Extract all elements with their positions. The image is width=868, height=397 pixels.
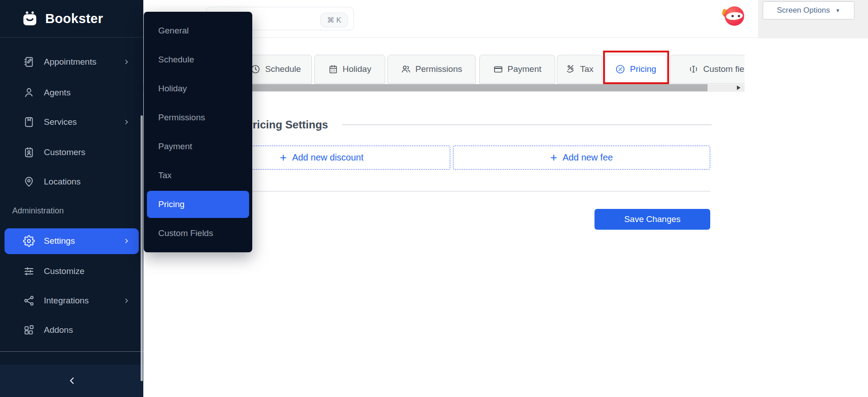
sidebar-collapse-button[interactable] xyxy=(0,364,143,397)
mascot-eye xyxy=(738,15,740,17)
save-changes-button[interactable]: Save Changes xyxy=(594,209,710,230)
sidebar-item-services[interactable]: Services xyxy=(0,111,141,133)
calendar-icon xyxy=(328,64,338,74)
bookster-logo-icon xyxy=(21,10,38,27)
text-cursor-input-icon xyxy=(689,64,698,74)
sidebar-item-label: Appointments xyxy=(44,57,96,67)
flyout-item-pricing[interactable]: Pricing xyxy=(147,191,249,218)
sidebar-item-agents[interactable]: Agents xyxy=(0,82,141,104)
flyout-item-holiday[interactable]: Holiday xyxy=(144,74,252,103)
tab-label: Tax xyxy=(580,64,594,74)
sidebar-item-settings[interactable]: Settings xyxy=(0,230,141,252)
sidebar-item-customers[interactable]: Customers xyxy=(0,142,141,163)
sidebar-item-label: Locations xyxy=(44,177,80,187)
map-pin-icon xyxy=(23,176,35,188)
tab-custom-fields[interactable]: Custom fields xyxy=(670,55,745,84)
mascot-eye-band xyxy=(726,12,743,21)
flyout-item-general[interactable]: General xyxy=(144,16,252,45)
plus-icon: + xyxy=(280,151,287,163)
screen-options-label: Screen Options xyxy=(777,6,830,15)
helper-mascot-icon[interactable] xyxy=(722,5,744,27)
keyboard-shortcut-badge: ⌘ K xyxy=(320,13,348,28)
tab-label: Schedule xyxy=(265,64,301,74)
sidebar: Bookster Appointments Agents Services Cu… xyxy=(0,0,143,397)
sidebar-item-label: Integrations xyxy=(44,296,89,306)
notebook-pen-icon xyxy=(23,56,35,68)
tax-percent-icon xyxy=(566,64,576,74)
grid-addon-icon xyxy=(23,324,35,336)
tab-label: Holiday xyxy=(343,64,371,74)
flyout-item-tax[interactable]: Tax xyxy=(144,161,252,190)
sidebar-item-appointments[interactable]: Appointments xyxy=(0,51,141,73)
sliders-icon xyxy=(23,265,35,277)
users-icon xyxy=(401,64,411,74)
book-bookmark-icon xyxy=(23,116,35,128)
sidebar-item-label: Customers xyxy=(44,147,85,157)
tab-payment[interactable]: Payment xyxy=(479,55,555,84)
chevron-right-icon xyxy=(123,118,130,126)
shortcut-label: ⌘ K xyxy=(327,16,341,24)
percent-circle-icon xyxy=(615,64,625,74)
sidebar-item-customize[interactable]: Customize xyxy=(0,260,141,282)
chevron-right-icon xyxy=(123,297,130,304)
credit-card-icon xyxy=(493,64,503,74)
sidebar-section-administration: Administration xyxy=(12,206,139,216)
chevron-left-icon xyxy=(66,375,77,386)
add-fee-label: Add new fee xyxy=(562,152,613,163)
user-icon xyxy=(23,87,35,99)
sidebar-item-addons[interactable]: Addons xyxy=(0,319,141,341)
flyout-item-payment[interactable]: Payment xyxy=(144,132,252,161)
gear-icon xyxy=(23,235,35,247)
sidebar-scrollbar[interactable] xyxy=(141,115,143,381)
scrollbar-right-arrow-icon[interactable] xyxy=(737,85,741,90)
settings-flyout-menu: General Schedule Holiday Permissions Pay… xyxy=(144,12,252,252)
sidebar-divider xyxy=(0,351,143,352)
page-title: Pricing Settings xyxy=(245,118,328,131)
app-title: Bookster xyxy=(45,0,103,38)
sidebar-item-label: Addons xyxy=(44,325,73,335)
tab-label: Pricing xyxy=(630,64,656,74)
flyout-item-custom-fields[interactable]: Custom Fields xyxy=(144,219,252,248)
tab-label: Payment xyxy=(508,64,542,74)
flyout-item-permissions[interactable]: Permissions xyxy=(144,103,252,132)
sidebar-header: Bookster xyxy=(0,0,143,38)
caret-down-icon: ▼ xyxy=(835,8,840,13)
plus-icon: + xyxy=(550,151,557,163)
sidebar-item-label: Services xyxy=(44,117,77,127)
heading-divider xyxy=(342,124,712,125)
section-divider xyxy=(193,191,710,192)
tab-pricing[interactable]: Pricing xyxy=(605,55,667,84)
share-nodes-icon xyxy=(23,295,35,307)
sidebar-item-label: Agents xyxy=(44,88,71,98)
tab-permissions[interactable]: Permissions xyxy=(387,55,476,84)
chevron-right-icon xyxy=(123,237,130,245)
add-discount-label: Add new discount xyxy=(292,152,363,163)
sidebar-item-locations[interactable]: Locations xyxy=(0,171,141,193)
tab-holiday[interactable]: Holiday xyxy=(314,55,385,84)
mascot-head xyxy=(725,6,744,26)
add-new-fee-button[interactable]: + Add new fee xyxy=(453,146,710,170)
sidebar-item-label: Customize xyxy=(44,266,85,276)
tab-tax[interactable]: Tax xyxy=(557,55,602,84)
mascot-eye xyxy=(731,15,734,17)
flyout-item-schedule[interactable]: Schedule xyxy=(144,45,252,74)
sidebar-item-label: Settings xyxy=(44,236,75,246)
sidebar-item-integrations[interactable]: Integrations xyxy=(0,290,141,312)
bookster-admin-page: ⌘ K Screen Options ▼ Schedule Holiday Pe… xyxy=(0,0,868,397)
tab-label: Permissions xyxy=(415,64,462,74)
id-badge-icon xyxy=(23,147,35,158)
tab-label: Custom fields xyxy=(703,64,745,74)
screen-options-button[interactable]: Screen Options ▼ xyxy=(763,1,854,19)
chevron-right-icon xyxy=(123,58,130,66)
